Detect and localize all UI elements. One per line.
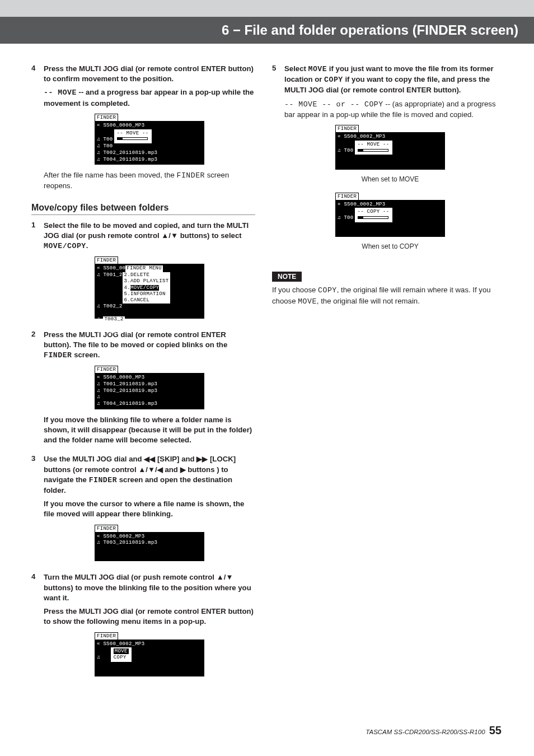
step2-followup: If you move the blinking file to where a… [44,415,255,446]
step5-text: Select MOVE if you just want to move the… [284,64,496,96]
step3-followup: If you move the cursor to where a file n… [44,499,255,519]
footer-model: TASCAM SS-CDR200/SS-R200/SS-R100 [366,729,485,735]
step-number: 3 [31,454,44,567]
page-footer: TASCAM SS-CDR200/SS-R200/SS-R100 55 [366,724,502,737]
step4b-text1: Turn the MULTI JOG dial (or push remote … [44,572,255,603]
page-number: 55 [489,724,502,736]
step-4b: 4 Turn the MULTI JOG dial (or push remot… [31,572,255,682]
top-gray-band [0,0,534,17]
section-move-copy: Move/copy files between folders [31,203,255,215]
step-2: 2 Press the MULTI JOG dial (or remote co… [31,330,255,449]
note-text: If you choose COPY, the original file wi… [272,285,496,307]
step-number: 5 [272,64,284,258]
screenshot-move-copy-menu: FINDER « SS00_0002_MP3 ♫ MOVE COPY [95,631,204,677]
left-column: 4 Press the MULTI JOG dial (or remote co… [31,64,255,688]
step4a-after: After the file name has been moved, the … [44,170,255,191]
step-4a: 4 Press the MULTI JOG dial (or remote co… [31,64,255,195]
step4a-line1: Press the MULTI JOG dial (or remote cont… [44,64,255,84]
screenshot-blink: FINDER « SS00_0000_MP3 ♫ T001_20110819.m… [95,364,204,409]
note-block: NOTE If you choose COPY, the original fi… [272,264,496,307]
step1-text: Select the file to be moved and copied, … [44,221,255,252]
screenshot-move-progress2: FINDER « SS00_0002_MP3 ♫ T00-- MOVE -- [335,123,445,170]
screenshot-destination: FINDER « SS00_0002_MP3 ♫ T003_20110819.m… [95,523,204,562]
step-3: 3 Use the MULTI JOG dial and ◀◀ [SKIP] a… [31,454,255,567]
page-content: 4 Press the MULTI JOG dial (or remote co… [0,44,534,688]
caption-copy: When set to COPY [284,242,496,250]
screenshot-copy-progress: FINDER « SS00_0002_MP3 ♫ T00-- COPY -- [335,191,445,237]
note-label: NOTE [272,272,302,282]
step-1: 1 Select the file to be moved and copied… [31,221,255,324]
screenshot-finder-menu: FINDER « SS00_00FINDER MENU ♫ T001_22.DE… [95,255,204,318]
step-5: 5 Select MOVE if you just want to move t… [272,64,496,258]
step-number: 1 [31,221,44,324]
step3-text: Use the MULTI JOG dial and ◀◀ [SKIP] and… [44,454,255,496]
step4b-text2: Press the MULTI JOG dial (or remote cont… [44,606,255,627]
caption-move: When set to MOVE [284,175,496,183]
screenshot-move-progress: FINDER « SS00_0000_MP3 ♫ T00-- MOVE -- ♫… [95,112,204,165]
step2-text: Press the MULTI JOG dial (or remote cont… [44,330,255,361]
right-column: 5 Select MOVE if you just want to move t… [272,64,496,688]
chapter-title: 6 − File and folder operations (FINDER s… [0,17,534,44]
step-number: 4 [31,64,44,195]
step4a-line2: -- MOVE -- and a progress bar appear in … [44,87,255,108]
step-number: 2 [31,330,44,449]
step-number: 4 [31,572,44,682]
step5-text2: -- MOVE -- or -- COPY -- (as appropriate… [284,99,496,120]
